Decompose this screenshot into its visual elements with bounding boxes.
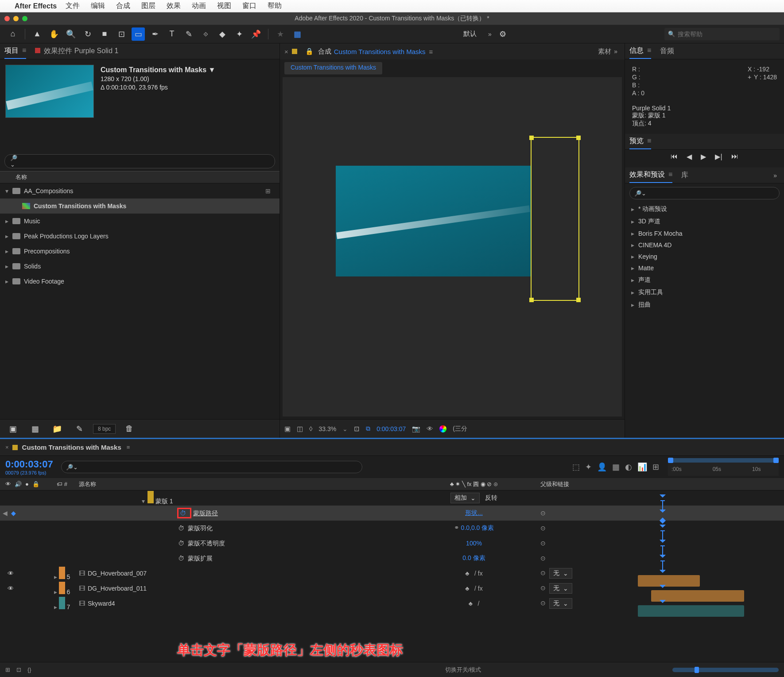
- menu-composition[interactable]: 合成: [116, 1, 130, 11]
- type-tool[interactable]: T: [165, 27, 179, 41]
- mask-path-row[interactable]: ◀ ◆ ⏱ 蒙版路径 形状... ⊙: [0, 506, 784, 521]
- zoom-slider-handle[interactable]: [695, 667, 699, 673]
- interpret-footage-button[interactable]: ▣: [6, 422, 19, 436]
- project-search-field[interactable]: 🔎⌄: [4, 154, 275, 168]
- draft-3d-button[interactable]: ✦: [585, 462, 592, 472]
- zoom-dropdown[interactable]: 33.3%: [318, 425, 336, 432]
- composition-thumbnail[interactable]: [5, 65, 94, 118]
- mask-feather-row[interactable]: ⏱蒙版羽化 ⚭ 0.0,0.0 像素 ⊙: [0, 521, 784, 536]
- parent-dropdown[interactable]: 无 ⌄: [549, 598, 572, 609]
- adjust-button[interactable]: ✎: [73, 422, 86, 436]
- folder-solids[interactable]: ▸Solids: [0, 259, 279, 274]
- resolution-dropdown[interactable]: (三分: [453, 425, 467, 433]
- timeline-zoom-slider[interactable]: [672, 668, 779, 672]
- layer-bar[interactable]: [638, 605, 744, 617]
- effect-controls-tab[interactable]: 效果控件 Purple Solid 1: [35, 44, 118, 58]
- shy-button[interactable]: 👤: [597, 462, 607, 472]
- parent-pickwhip-icon[interactable]: ⊙: [540, 555, 546, 562]
- roto-tool[interactable]: ✦: [233, 27, 246, 41]
- library-tab[interactable]: 库: [681, 168, 688, 183]
- viewer-menu-icon[interactable]: ≡: [429, 48, 433, 55]
- orbit-tool[interactable]: ↻: [81, 27, 94, 41]
- layer-visibility-toggle[interactable]: 👁: [5, 585, 16, 592]
- prev-keyframe-button[interactable]: ◀: [3, 510, 8, 517]
- mask-opacity-stopwatch[interactable]: ⏱: [177, 539, 185, 547]
- pen-tool[interactable]: ✒: [148, 27, 162, 41]
- effects-item-distort[interactable]: ▸扭曲: [629, 299, 780, 311]
- comp-item-selected[interactable]: Custom Transitions with Masks: [0, 198, 279, 214]
- mask-handle-top-left[interactable]: [529, 136, 534, 140]
- effects-item-3d-audio[interactable]: ▸3D 声道: [629, 215, 780, 228]
- folder-peak[interactable]: ▸Peak Productions Logo Layers: [0, 229, 279, 244]
- parent-column[interactable]: 父级和链接: [536, 480, 638, 488]
- eraser-tool[interactable]: ◆: [216, 27, 229, 41]
- viewer-comp-name[interactable]: Custom Transitions with Masks: [334, 48, 426, 55]
- menu-window[interactable]: 窗口: [242, 1, 256, 11]
- toggle-switches-button[interactable]: ⊞: [5, 666, 10, 673]
- frame-blend-button[interactable]: ▦: [612, 462, 620, 472]
- trash-button[interactable]: 🗑: [123, 422, 136, 436]
- mask-expansion-stopwatch[interactable]: ⏱: [177, 554, 185, 562]
- selection-tool[interactable]: ▲: [31, 27, 44, 41]
- viewer-quality-icon[interactable]: ▣: [284, 425, 291, 433]
- timeline-menu-icon[interactable]: ≡: [127, 444, 130, 451]
- effects-item-audio[interactable]: ▸声道: [629, 274, 780, 286]
- show-snapshot-button[interactable]: 👁: [427, 425, 433, 432]
- work-area-start-handle[interactable]: [668, 458, 673, 463]
- av-column-header[interactable]: 👁 🔊 ● 🔒: [0, 481, 49, 487]
- viewer-transparency-icon[interactable]: ◊: [309, 425, 312, 432]
- comp-name-label[interactable]: Custom Transitions with Masks ▼: [101, 66, 215, 74]
- switches-column[interactable]: ♣ ✷ ╲ fx 圓 ◉ ⊘ ⊙: [412, 480, 536, 488]
- menu-animation[interactable]: 动画: [192, 1, 206, 11]
- layer-visibility-toggle[interactable]: 👁: [5, 570, 16, 577]
- color-management-icon[interactable]: [439, 425, 446, 432]
- link-icon[interactable]: ⚭: [454, 524, 459, 531]
- viewer-channel-icon[interactable]: ◫: [297, 425, 303, 433]
- last-frame-button[interactable]: ⏭: [731, 152, 738, 160]
- search-help-input[interactable]: [678, 31, 776, 38]
- parent-pickwhip-icon[interactable]: ⊙: [540, 584, 546, 591]
- parent-pickwhip-icon[interactable]: ⊙: [540, 540, 546, 547]
- mask-invert-label[interactable]: 反转: [485, 494, 497, 501]
- viewer-more-button[interactable]: »: [611, 48, 620, 55]
- mask-opacity-row[interactable]: ⏱蒙版不透明度 100% ⊙: [0, 536, 784, 551]
- minimize-window-button[interactable]: [13, 16, 19, 21]
- mask-feather-stopwatch[interactable]: ⏱: [177, 524, 185, 532]
- effects-item-utility[interactable]: ▸实用工具: [629, 286, 780, 299]
- snapshot-button[interactable]: 📷: [412, 425, 420, 433]
- effects-item-matte[interactable]: ▸Matte: [629, 262, 780, 274]
- timeline-timecode[interactable]: 0:00:03:07: [5, 459, 53, 470]
- pan-behind-tool[interactable]: ⊡: [115, 27, 128, 41]
- feather-value[interactable]: 0.0,0.0 像素: [461, 524, 494, 531]
- folder-video[interactable]: ▸Video Footage: [0, 274, 279, 289]
- mask-group-row[interactable]: ▾ 蒙版 1 相加 ⌄ 反转: [0, 490, 784, 506]
- new-folder-button[interactable]: 📁: [50, 422, 64, 436]
- mask-bounding-box[interactable]: [531, 137, 579, 301]
- project-tab[interactable]: 项目≡: [4, 43, 26, 59]
- brush-tool[interactable]: ✎: [182, 27, 195, 41]
- next-frame-button[interactable]: ▶|: [715, 152, 722, 161]
- mask-expansion-row[interactable]: ⏱蒙版扩展 0.0 像素 ⊙: [0, 551, 784, 566]
- timeline-ruler[interactable]: :00s05s10s: [668, 463, 779, 476]
- workspace-dropdown[interactable]: 默认: [459, 30, 485, 38]
- effects-item-c4d[interactable]: ▸CINEMA 4D: [629, 239, 780, 251]
- parent-dropdown[interactable]: 无 ⌄: [549, 583, 572, 594]
- viewer-breadcrumb[interactable]: Custom Transitions with Masks: [284, 62, 382, 74]
- motion-blur-button[interactable]: ◐: [625, 462, 632, 472]
- effects-item-boris[interactable]: ▸Boris FX Mocha: [629, 228, 780, 239]
- new-comp-button[interactable]: ▦: [28, 422, 42, 436]
- viewer-full-icon[interactable]: ⊡: [354, 425, 360, 433]
- comp-mini-flowchart-button[interactable]: ⬚: [572, 462, 580, 472]
- graph-editor-button[interactable]: 📊: [637, 462, 647, 472]
- effects-presets-tab[interactable]: 效果和预设≡: [629, 167, 672, 183]
- composition-viewer[interactable]: [283, 77, 622, 416]
- workspace-more-button[interactable]: »: [485, 31, 494, 38]
- prev-frame-button[interactable]: ◀: [687, 152, 692, 161]
- viewer-mask-icon[interactable]: ⧉: [366, 425, 370, 432]
- menu-file[interactable]: 文件: [66, 1, 80, 11]
- switches-modes-toggle[interactable]: 切换开关/模式: [445, 666, 481, 674]
- hand-tool[interactable]: ✋: [47, 27, 61, 41]
- mask-handle-bottom-right[interactable]: [576, 298, 581, 302]
- search-help-field[interactable]: 🔍: [664, 28, 780, 40]
- folder-precomps[interactable]: ▸Precompositions: [0, 244, 279, 259]
